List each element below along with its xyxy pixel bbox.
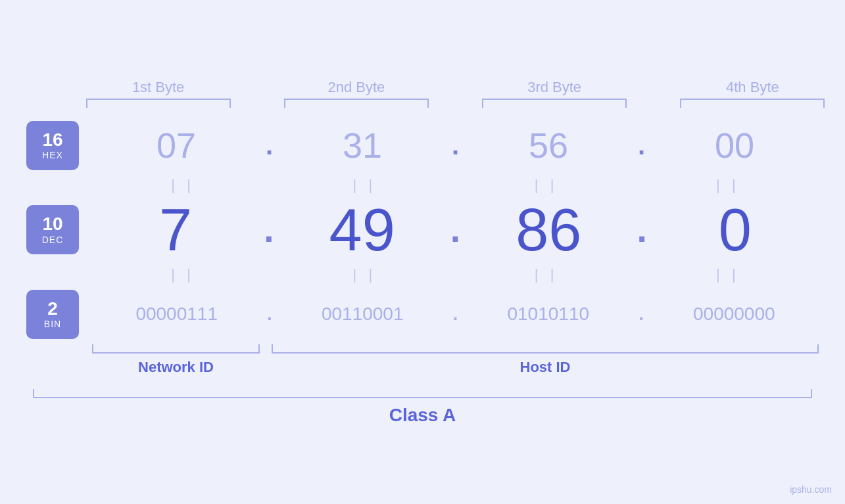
- byte-label-3: 3rd Byte: [482, 79, 627, 96]
- bin-values-area: 00000111 . 00110001 . 01010110 . 0000000…: [92, 304, 819, 325]
- byte-labels-row: 1st Byte 2nd Byte 3rd Byte 4th Byte: [59, 79, 845, 96]
- bracket-top-1: [86, 99, 231, 108]
- bin-val-3: 01010110: [476, 304, 621, 325]
- bracket-network: [92, 344, 260, 354]
- par-2-1: | |: [110, 266, 255, 283]
- byte-label-4: 4th Byte: [680, 79, 825, 96]
- bin-val-1: 00000111: [105, 304, 249, 325]
- bin-val-4: 00000000: [662, 304, 806, 325]
- bin-val-2: 00110001: [290, 304, 435, 325]
- dec-val-4: 0: [663, 200, 808, 260]
- bracket-row-bottom: Network ID Host ID: [92, 344, 819, 376]
- bracket-top-3: [482, 99, 627, 108]
- dec-values-area: 7 . 49 . 86 . 0: [92, 200, 819, 260]
- parallel-1: | | | | | | | |: [92, 177, 819, 194]
- hex-val-2: 31: [290, 125, 435, 166]
- top-brackets-row: [59, 99, 845, 108]
- par-1-3: | |: [474, 177, 619, 194]
- network-id-label: Network ID: [138, 359, 214, 376]
- dot-6: .: [637, 212, 646, 248]
- dec-val-3: 86: [476, 200, 621, 260]
- par-1-1: | |: [110, 177, 255, 194]
- host-id-label: Host ID: [272, 359, 819, 376]
- hex-val-1: 07: [104, 125, 249, 166]
- parallel-2: | | | | | | | |: [92, 266, 819, 283]
- host-id-section: Host ID: [272, 344, 819, 376]
- id-section: Network ID Host ID: [26, 344, 819, 376]
- hex-val-4: 00: [662, 125, 807, 166]
- par-2-2: | |: [292, 266, 437, 283]
- par-2-3: | |: [474, 266, 619, 283]
- bracket-class: [33, 389, 812, 398]
- dot-5: .: [450, 212, 460, 248]
- dot-9: .: [639, 305, 644, 323]
- hex-badge: 16 HEX: [26, 121, 79, 170]
- dec-badge-num: 10: [42, 214, 62, 235]
- bracket-top-2: [284, 99, 429, 108]
- hex-badge-label: HEX: [42, 150, 63, 160]
- dot-1: .: [266, 132, 273, 158]
- dec-badge: 10 DEC: [26, 205, 79, 254]
- bracket-top-4: [680, 99, 825, 108]
- hex-val-3: 56: [476, 125, 621, 166]
- class-label: Class A: [26, 405, 819, 426]
- dot-3: .: [638, 132, 645, 158]
- hex-values-area: 07 . 31 . 56 . 00: [92, 125, 819, 166]
- bin-row: 2 BIN 00000111 . 00110001 . 01010110 . 0…: [26, 290, 819, 339]
- bin-badge: 2 BIN: [26, 290, 79, 339]
- dot-7: .: [267, 305, 272, 323]
- main-container: 1st Byte 2nd Byte 3rd Byte 4th Byte 16 H…: [0, 0, 845, 504]
- dec-val-2: 49: [290, 200, 435, 260]
- dec-badge-label: DEC: [42, 235, 64, 245]
- bin-badge-num: 2: [47, 299, 58, 319]
- network-id-section: Network ID: [92, 344, 260, 376]
- dot-8: .: [453, 305, 458, 323]
- dec-val-1: 7: [103, 200, 248, 260]
- dec-row: 10 DEC 7 . 49 . 86 . 0: [26, 200, 819, 260]
- watermark: ipshu.com: [790, 484, 832, 495]
- byte-label-2: 2nd Byte: [284, 79, 429, 96]
- par-2-4: | |: [656, 266, 800, 283]
- class-section: Class A: [26, 389, 819, 426]
- dot-2: .: [452, 132, 459, 158]
- dot-4: .: [264, 212, 274, 248]
- bracket-host: [272, 344, 819, 354]
- hex-row: 16 HEX 07 . 31 . 56 . 00: [26, 121, 819, 170]
- par-1-4: | |: [656, 177, 800, 194]
- par-1-2: | |: [292, 177, 437, 194]
- bin-badge-label: BIN: [44, 319, 61, 329]
- byte-label-1: 1st Byte: [86, 79, 231, 96]
- hex-badge-num: 16: [42, 130, 62, 150]
